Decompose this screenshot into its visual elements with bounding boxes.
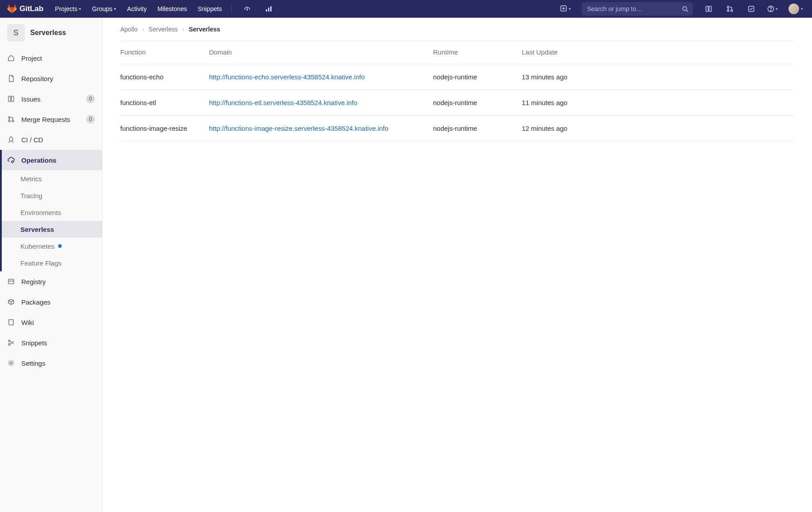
th-runtime: Runtime xyxy=(433,41,522,64)
todos-icon[interactable] xyxy=(742,0,760,18)
subnav-tracing[interactable]: Tracing xyxy=(2,187,102,204)
svg-point-21 xyxy=(8,340,10,342)
nav-divider xyxy=(232,4,232,13)
rocket-icon xyxy=(7,136,15,144)
subnav-environments[interactable]: Environments xyxy=(2,204,102,221)
sidebar-item-operations[interactable]: Operations xyxy=(0,150,102,170)
gear-icon xyxy=(7,359,15,367)
scissors-icon xyxy=(7,339,15,347)
brand-text: GitLab xyxy=(20,4,43,13)
cell-runtime: nodejs-runtime xyxy=(433,90,522,116)
nav-projects[interactable]: Projects▾ xyxy=(51,0,85,18)
svg-point-13 xyxy=(770,10,771,11)
svg-point-9 xyxy=(727,10,729,12)
svg-rect-20 xyxy=(8,279,14,284)
chevron-down-icon: ▾ xyxy=(801,7,803,11)
subnav-feature-flags[interactable]: Feature Flags xyxy=(2,254,102,271)
sidebar-item-snippets[interactable]: Snippets xyxy=(0,332,102,353)
sidebar-item-project[interactable]: Project xyxy=(0,48,102,68)
issues-icon[interactable] xyxy=(700,0,717,18)
table-row: functions-echo http://functions-echo.ser… xyxy=(120,64,794,90)
subnav-serverless[interactable]: Serverless xyxy=(2,221,102,238)
sidebar-item-issues[interactable]: Issues0 xyxy=(0,89,102,109)
functions-table: Function Domain Runtime Last Update func… xyxy=(120,41,794,141)
th-last-update: Last Update xyxy=(522,41,794,64)
cell-domain: http://functions-etl.serverless-4358524.… xyxy=(209,90,433,116)
nav-activity[interactable]: Activity xyxy=(123,0,150,18)
svg-point-22 xyxy=(8,344,10,345)
top-navbar: GitLab Projects▾ Groups▾ Activity Milest… xyxy=(0,0,812,18)
registry-icon xyxy=(7,277,15,285)
status-dot xyxy=(58,244,62,248)
issues-icon xyxy=(7,95,15,103)
gauge-icon[interactable] xyxy=(238,0,256,18)
merge-requests-icon[interactable] xyxy=(721,0,739,18)
th-domain: Domain xyxy=(209,41,433,64)
user-menu[interactable]: ▾ xyxy=(785,0,805,18)
project-header[interactable]: S Serverless xyxy=(0,18,102,48)
cell-last-update: 13 minutes ago xyxy=(522,64,794,90)
svg-rect-3 xyxy=(270,6,272,12)
table-row: functions-image-resize http://functions-… xyxy=(120,116,794,141)
svg-point-17 xyxy=(8,120,10,122)
svg-point-8 xyxy=(727,6,729,8)
sidebar-item-repository[interactable]: Repository xyxy=(0,68,102,89)
cell-runtime: nodejs-runtime xyxy=(433,116,522,141)
mr-count-badge: 0 xyxy=(86,115,95,124)
svg-point-19 xyxy=(12,161,13,163)
book-icon xyxy=(7,318,15,326)
cell-last-update: 12 minutes ago xyxy=(522,116,794,141)
svg-rect-14 xyxy=(8,96,11,102)
search-input[interactable] xyxy=(582,2,693,16)
table-row: functions-etl http://functions-etl.serve… xyxy=(120,90,794,116)
domain-link[interactable]: http://functions-etl.serverless-4358524.… xyxy=(209,99,357,106)
help-dropdown[interactable]: ▾ xyxy=(764,0,781,18)
breadcrumb-serverless[interactable]: Serverless xyxy=(149,26,178,33)
sidebar-item-merge-requests[interactable]: Merge Requests0 xyxy=(0,109,102,129)
plus-dropdown[interactable]: ▾ xyxy=(557,0,575,18)
project-avatar: S xyxy=(7,24,25,42)
nav-snippets[interactable]: Snippets xyxy=(194,0,225,18)
package-icon xyxy=(7,298,15,306)
nav-milestones[interactable]: Milestones xyxy=(154,0,191,18)
breadcrumb-sep xyxy=(142,26,144,33)
subnav-kubernetes[interactable]: Kubernetes xyxy=(2,238,102,254)
cell-domain: http://functions-image-resize.serverless… xyxy=(209,116,433,141)
chart-icon[interactable] xyxy=(260,0,277,18)
sidebar-item-packages[interactable]: Packages xyxy=(0,292,102,312)
cell-runtime: nodejs-runtime xyxy=(433,64,522,90)
svg-rect-15 xyxy=(12,96,14,102)
gitlab-icon xyxy=(7,4,17,14)
chevron-down-icon: ▾ xyxy=(79,7,81,11)
main-content: Apollo Serverless Serverless Function Do… xyxy=(102,18,812,512)
svg-point-0 xyxy=(247,9,248,10)
th-function: Function xyxy=(120,41,209,64)
breadcrumb-current: Serverless xyxy=(189,26,220,33)
file-icon xyxy=(7,74,15,82)
subnav-metrics[interactable]: Metrics xyxy=(2,170,102,187)
svg-rect-6 xyxy=(706,6,708,12)
breadcrumb-apollo[interactable]: Apollo xyxy=(120,26,138,33)
chevron-down-icon: ▾ xyxy=(569,7,571,11)
avatar xyxy=(788,4,799,14)
sidebar-item-cicd[interactable]: CI / CD xyxy=(0,129,102,150)
sidebar-item-wiki[interactable]: Wiki xyxy=(0,312,102,332)
svg-point-18 xyxy=(12,120,14,122)
svg-rect-7 xyxy=(709,6,711,12)
nav-groups[interactable]: Groups▾ xyxy=(88,0,120,18)
chevron-down-icon: ▾ xyxy=(114,7,116,11)
gitlab-logo[interactable]: GitLab xyxy=(7,4,43,14)
cloud-gear-icon xyxy=(7,156,15,164)
domain-link[interactable]: http://functions-echo.serverless-4358524… xyxy=(209,73,365,81)
merge-requests-icon xyxy=(7,115,15,123)
svg-rect-2 xyxy=(268,8,269,12)
sidebar-item-registry[interactable]: Registry xyxy=(0,271,102,292)
svg-point-10 xyxy=(731,10,733,12)
svg-point-23 xyxy=(10,362,12,364)
svg-point-5 xyxy=(683,7,687,11)
breadcrumb: Apollo Serverless Serverless xyxy=(102,18,812,41)
domain-link[interactable]: http://functions-image-resize.serverless… xyxy=(209,125,388,132)
sidebar-item-settings[interactable]: Settings xyxy=(0,353,102,373)
cell-last-update: 11 minutes ago xyxy=(522,90,794,116)
search-field[interactable] xyxy=(586,5,682,13)
